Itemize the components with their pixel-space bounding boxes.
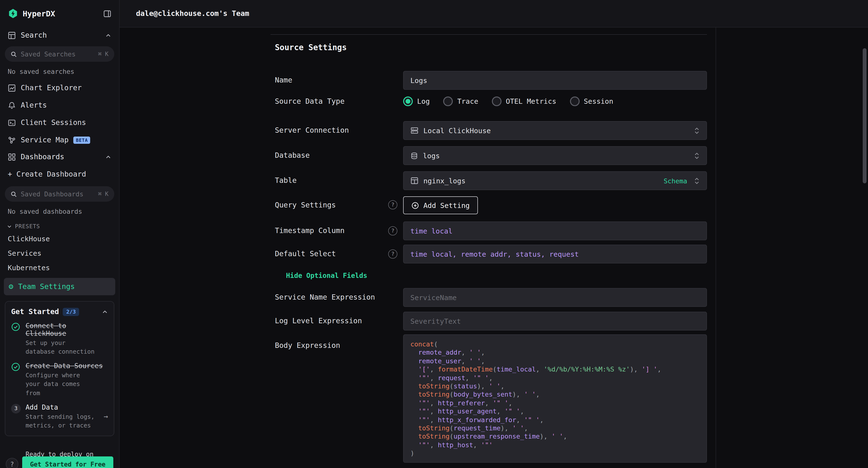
radio-session[interactable]: Session	[570, 96, 613, 106]
name-input[interactable]	[410, 71, 700, 89]
beta-badge: BETA	[73, 136, 90, 144]
server-connection-value: Local ClickHouse	[424, 127, 689, 135]
add-setting-label: Add Setting	[424, 201, 470, 209]
create-dashboard-label: + Create Dashboard	[8, 170, 86, 178]
saved-dashboards-shortcut: ⌘ K	[98, 191, 108, 197]
query-settings-ctrl: Add Setting	[403, 196, 707, 214]
source-data-type-options: Log Trace OTEL Metrics Session	[403, 95, 707, 108]
radio-label: Log	[417, 97, 430, 105]
radio-otel-metrics[interactable]: OTEL Metrics	[492, 96, 557, 106]
radio-log[interactable]: Log	[403, 96, 430, 106]
get-started-step-3[interactable]: 3 Add Data Start sending logs, metrics, …	[11, 403, 108, 430]
sidebar-section-search[interactable]: Search	[0, 27, 119, 43]
saved-searches-button[interactable]: Saved Searches ⌘ K	[5, 46, 114, 62]
service-name-input-wrap	[403, 288, 707, 307]
step-desc: Set up your database connection	[26, 339, 98, 356]
radio-label: OTEL Metrics	[506, 97, 557, 105]
hide-optional-fields-link[interactable]: Hide Optional Fields	[286, 272, 367, 280]
team-settings-label: Team Settings	[18, 282, 75, 291]
get-started-card: Get Started 2/3 Connect to ClickHouse Se…	[5, 301, 114, 436]
database-select[interactable]: logs	[403, 146, 707, 165]
hide-optional-row: Hide Optional Fields	[271, 272, 707, 282]
timestamp-column-input[interactable]	[410, 222, 700, 240]
question-circle-icon[interactable]: ?	[388, 250, 397, 259]
service-name-input[interactable]	[410, 289, 700, 306]
collapse-sidebar-icon[interactable]	[103, 9, 112, 18]
timestamp-input-wrap	[403, 222, 707, 240]
default-select-row: Default Select ?	[271, 244, 707, 263]
presets-header[interactable]: PRESETS	[0, 219, 119, 232]
get-started-title: Get Started	[11, 308, 59, 316]
database-value: logs	[423, 152, 689, 159]
chevron-down-icon	[7, 224, 12, 229]
preset-label: Kubernetes	[8, 264, 50, 272]
check-circle-icon	[11, 362, 21, 398]
no-saved-searches-text: No saved searches	[0, 65, 119, 79]
table-row: Table nginx_logs Schema	[271, 171, 707, 190]
preset-item-kubernetes[interactable]: Kubernetes	[0, 261, 119, 275]
sidebar-section-dashboards-label: Dashboards	[21, 152, 100, 161]
arrow-right-icon: →	[104, 412, 108, 421]
service-name-row: Service Name Expression	[271, 288, 707, 307]
topbar: dale@clickhouse.com's Team	[120, 0, 868, 28]
default-select-input-wrap	[403, 244, 707, 263]
saved-dashboards-button[interactable]: Saved Dashboards ⌘ K	[5, 186, 114, 202]
magnifier-icon	[10, 51, 17, 57]
radio-circle	[443, 96, 453, 106]
step-desc: Start sending logs, metrics, or traces	[26, 412, 98, 430]
body-expression-code[interactable]: concat( remote_addr, ' ', remote_user, '…	[403, 334, 707, 463]
preset-item-services[interactable]: Services	[0, 246, 119, 261]
section-title: Source Settings	[275, 43, 347, 52]
dashboards-icon	[8, 153, 16, 161]
sidebar-item-label: Chart Explorer	[21, 84, 82, 92]
add-setting-button[interactable]: Add Setting	[403, 196, 478, 214]
server-connection-row: Server Connection Local ClickHouse	[271, 121, 707, 140]
timestamp-column-row: Timestamp Column ?	[271, 222, 707, 240]
table-select[interactable]: nginx_logs Schema	[403, 171, 707, 190]
log-level-label: Log Level Expression	[275, 317, 362, 325]
scrollbar-thumb[interactable]	[863, 48, 867, 183]
name-input-wrap	[403, 71, 707, 90]
sidebar-item-alerts[interactable]: Alerts	[0, 96, 119, 114]
radio-trace[interactable]: Trace	[443, 96, 478, 106]
default-select-input[interactable]	[410, 245, 700, 263]
main-content: Source Settings Name Source Data Type Lo…	[120, 28, 868, 468]
radio-circle	[570, 96, 579, 106]
sidebar-item-service-map[interactable]: Service Map BETA	[0, 131, 119, 149]
sidebar-section-search-label: Search	[21, 31, 100, 39]
preset-item-clickhouse[interactable]: ClickHouse	[0, 232, 119, 246]
question-circle-icon[interactable]: ?	[388, 226, 397, 235]
sidebar-item-team-settings[interactable]: ⚙ Team Settings	[4, 278, 115, 295]
table-icon	[410, 177, 418, 185]
query-settings-label: Query Settings	[275, 201, 336, 209]
section-divider	[271, 34, 707, 35]
plus-circle-icon	[411, 201, 419, 209]
body-expression-label: Body Expression	[275, 341, 340, 350]
sidebar-footer-row: ? Get Started for Free	[0, 454, 119, 468]
page-title: dale@clickhouse.com's Team	[136, 9, 249, 18]
help-button[interactable]: ?	[6, 458, 18, 468]
server-connection-select[interactable]: Local ClickHouse	[403, 121, 707, 140]
schema-link[interactable]: Schema	[663, 177, 687, 184]
get-started-step-2[interactable]: Create Data Sources Configure where your…	[11, 362, 108, 398]
no-saved-dashboards-text: No saved dashboards	[0, 205, 119, 219]
terminal-icon	[8, 118, 16, 127]
sidebar-item-label: Alerts	[21, 101, 47, 110]
log-level-row: Log Level Expression	[271, 312, 707, 330]
log-level-input[interactable]	[410, 312, 700, 330]
get-started-step-1[interactable]: Connect to ClickHouse Set up your databa…	[11, 322, 108, 356]
sidebar-item-chart-explorer[interactable]: Chart Explorer	[0, 79, 119, 96]
question-circle-icon[interactable]: ?	[388, 200, 397, 209]
saved-searches-placeholder: Saved Searches	[21, 50, 94, 58]
default-select-label: Default Select	[275, 250, 336, 258]
sidebar-item-label: Service Map	[21, 136, 69, 144]
create-dashboard-button[interactable]: + Create Dashboard	[0, 165, 119, 183]
service-map-icon	[8, 136, 16, 144]
sidebar-section-dashboards[interactable]: Dashboards	[0, 149, 119, 165]
chevron-up-icon[interactable]	[102, 309, 108, 315]
get-started-cta-button[interactable]: Get Started for Free	[22, 457, 113, 468]
radio-label: Session	[584, 97, 613, 105]
source-data-type-row: Source Data Type Log Trace OTEL Metrics	[271, 95, 707, 108]
server-connection-label: Server Connection	[275, 126, 349, 135]
sidebar-item-client-sessions[interactable]: Client Sessions	[0, 114, 119, 131]
